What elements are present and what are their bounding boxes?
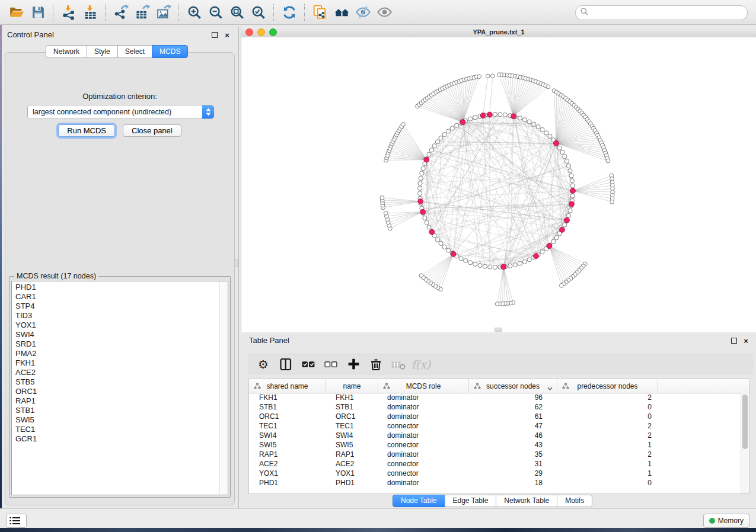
network-node[interactable] [477, 75, 481, 79]
network-node[interactable] [563, 223, 567, 227]
network-node[interactable] [468, 261, 473, 265]
network-node[interactable] [570, 178, 574, 182]
network-node[interactable] [427, 225, 431, 229]
mcds-result-item[interactable]: PHD1 [12, 283, 228, 292]
column-header-MCDS-role[interactable]: MCDS role [378, 379, 469, 393]
search-box[interactable] [575, 5, 748, 20]
network-node[interactable] [446, 248, 451, 252]
network-node[interactable] [568, 209, 572, 213]
network-node[interactable] [560, 227, 565, 233]
mcds-result-item[interactable]: YOX1 [12, 321, 228, 330]
table-row[interactable]: ORC1ORC1dominator610 [249, 412, 741, 421]
network-node[interactable] [491, 74, 495, 78]
mcds-result-item[interactable]: STB5 [12, 377, 228, 387]
table-row[interactable]: PHD1PHD1dominator180 [249, 478, 741, 488]
tab-mcds[interactable]: MCDS [152, 45, 188, 58]
network-node[interactable] [429, 229, 435, 235]
network-node[interactable] [522, 259, 527, 264]
network-window-titlebar[interactable]: YPA_prune.txt_1 [241, 27, 756, 38]
network-node[interactable] [570, 188, 576, 194]
network-node[interactable] [495, 302, 499, 306]
network-node[interactable] [564, 217, 570, 223]
network-node[interactable] [540, 127, 544, 132]
network-node[interactable] [419, 176, 423, 180]
table-row[interactable]: YOX1YOX1connector291 [249, 469, 741, 478]
network-node[interactable] [455, 123, 459, 127]
mcds-result-list[interactable]: PHD1CAR1STP4TID3YOX1SWI4SRD1PMA2FKH1ACE2… [11, 281, 228, 495]
network-node[interactable] [427, 152, 431, 156]
mcds-result-item[interactable]: ACE2 [12, 368, 228, 377]
network-node[interactable] [560, 284, 564, 288]
network-node[interactable] [446, 129, 451, 133]
mcds-result-item[interactable]: SRD1 [12, 339, 228, 349]
network-node[interactable] [480, 113, 486, 118]
table-row[interactable]: SWI4SWI4dominator462 [249, 431, 741, 440]
close-table-panel-button[interactable]: × [742, 336, 750, 345]
table-row[interactable]: STB1STB1dominator620 [249, 402, 741, 412]
network-node[interactable] [554, 236, 559, 240]
network-node[interactable] [420, 171, 424, 175]
network-node[interactable] [557, 146, 562, 150]
network-node[interactable] [563, 155, 567, 159]
run-mcds-button[interactable]: Run MCDS [58, 124, 115, 137]
double-home-button[interactable] [331, 2, 352, 23]
network-node[interactable] [527, 258, 531, 262]
network-node[interactable] [442, 133, 446, 137]
network-node[interactable] [503, 113, 507, 117]
mcds-result-item[interactable]: SWI5 [12, 415, 228, 425]
table-scrollbar[interactable] [741, 393, 749, 493]
close-panel-button[interactable]: × [223, 31, 231, 39]
network-node[interactable] [418, 186, 422, 190]
tab-edge-table[interactable]: Edge Table [445, 495, 497, 507]
network-node[interactable] [547, 243, 552, 249]
table-scrollbar-thumb[interactable] [742, 395, 748, 449]
tab-motifs[interactable]: Motifs [557, 495, 592, 507]
network-node[interactable] [566, 164, 570, 168]
panel-splitter[interactable] [238, 27, 239, 508]
mcds-result-item[interactable]: GCR1 [12, 434, 228, 444]
network-graph[interactable] [241, 37, 756, 332]
network-node[interactable] [532, 122, 536, 126]
network-node[interactable] [566, 213, 570, 217]
network-node[interactable] [432, 144, 436, 148]
network-node[interactable] [435, 140, 439, 144]
network-node[interactable] [606, 159, 610, 163]
network-node[interactable] [498, 113, 502, 117]
network-node[interactable] [518, 116, 522, 120]
network-node[interactable] [522, 118, 527, 122]
network-node[interactable] [478, 263, 482, 267]
float-table-panel-button[interactable] [730, 336, 738, 345]
network-node[interactable] [569, 174, 573, 178]
table-options-button[interactable]: ⚙ [253, 355, 273, 374]
tab-network[interactable]: Network [46, 45, 87, 58]
select-all-button[interactable] [298, 355, 318, 374]
open-file-button[interactable] [6, 2, 27, 23]
deselect-all-button[interactable] [321, 355, 341, 374]
network-node[interactable] [459, 257, 463, 261]
network-node[interactable] [493, 112, 497, 116]
network-node[interactable] [513, 263, 517, 267]
network-node[interactable] [483, 264, 487, 268]
network-node[interactable] [544, 131, 548, 135]
show-all-button[interactable] [374, 2, 395, 23]
mcds-result-item[interactable]: RAP1 [12, 396, 228, 406]
panel-splitter-handle[interactable] [234, 259, 238, 267]
network-node[interactable] [570, 194, 575, 198]
network-node[interactable] [425, 220, 429, 225]
network-node[interactable] [493, 265, 497, 269]
network-node[interactable] [424, 157, 429, 162]
table-row[interactable]: RAP1RAP1dominator352 [249, 450, 741, 459]
network-node[interactable] [423, 216, 427, 220]
mcds-result-item[interactable]: STB1 [12, 406, 228, 415]
network-node[interactable] [540, 250, 544, 254]
network-node[interactable] [401, 123, 406, 127]
network-node[interactable] [418, 181, 422, 185]
show-panels-button[interactable] [6, 514, 27, 528]
network-canvas[interactable] [241, 37, 756, 332]
apply-function-button[interactable]: f(x) [411, 355, 431, 374]
network-node[interactable] [546, 85, 550, 89]
network-node[interactable] [518, 261, 522, 265]
network-node[interactable] [473, 262, 477, 266]
network-node[interactable] [487, 112, 492, 117]
network-node[interactable] [554, 140, 559, 146]
